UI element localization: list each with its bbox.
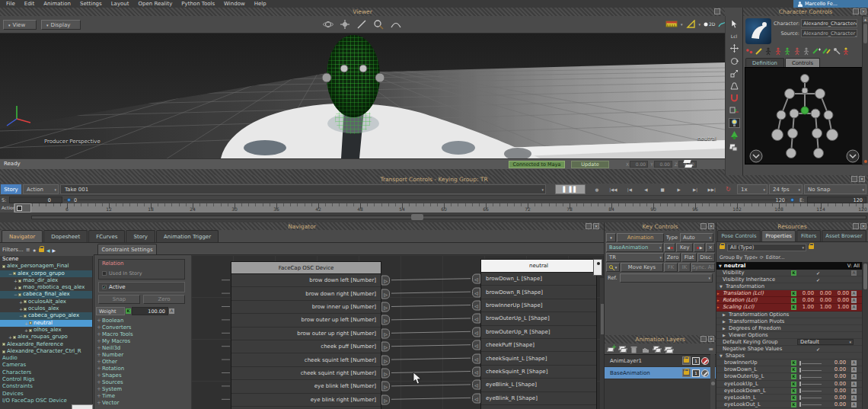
select-tool-icon[interactable] (729, 19, 740, 29)
property-row-rotation-lcl[interactable]: ▸Rotation (Lcl)K0.000.000.00A (716, 297, 868, 304)
character-icon[interactable] (745, 18, 771, 44)
tree-item-cabeca-final-alex[interactable]: −cabeca_final_alex (0, 291, 92, 298)
stop-button[interactable]: ■ (655, 184, 670, 194)
tree-item-oculos-alex[interactable]: +oculos_alex (0, 305, 92, 312)
property-row-degrees-of-freedom[interactable]: ▶Degrees of Freedom (716, 325, 868, 332)
translate-tool-icon[interactable] (729, 43, 740, 53)
operator-group-number[interactable]: +Number (96, 352, 190, 359)
operator-group-my-macros[interactable]: +My Macros (96, 338, 190, 345)
shape-input-cheeksquint-l-shape[interactable]: ◁cheekSquint_L [Shape] (481, 352, 596, 365)
input-plug-icon[interactable]: ◁ (472, 287, 480, 297)
property-value[interactable]: 0.00 (834, 297, 849, 304)
expand-icon[interactable]: + (18, 299, 24, 305)
expand-icon[interactable]: + (96, 331, 102, 338)
anim-icon[interactable]: A (851, 382, 857, 387)
ruler-icon[interactable] (665, 20, 678, 28)
expand-icon[interactable]: ▶ (723, 325, 726, 332)
operator-group-rotation[interactable]: +Rotation (96, 366, 190, 372)
property-value[interactable]: 0.00 (816, 297, 831, 304)
character-controls-titlebar[interactable]: Character Controls × (743, 8, 868, 16)
slider-handle[interactable] (799, 388, 801, 393)
key-icon[interactable]: K (791, 395, 796, 401)
discontinuity-button[interactable]: Disc. (697, 253, 715, 262)
layer-weight-badge[interactable]: 1 (692, 369, 700, 377)
input-plug-icon[interactable]: ◁ (472, 353, 480, 363)
anim-icon[interactable]: A (851, 305, 857, 310)
group-by-dropdown[interactable]: Group By Type▾ (720, 254, 758, 260)
expand-icon[interactable]: + (96, 359, 102, 366)
speed-dropdown[interactable]: 1x▾ (737, 184, 767, 194)
arc-tool-icon[interactable] (390, 19, 402, 30)
output-plug-icon[interactable]: ▷ (381, 368, 390, 378)
key-icon[interactable]: K (791, 270, 796, 276)
slider-track[interactable] (802, 377, 822, 378)
slider-handle[interactable] (799, 382, 801, 386)
property-row-browouterup-l[interactable]: browOuterUp_LK0.00A (716, 373, 868, 380)
expand-icon[interactable]: + (24, 327, 29, 334)
input-plug-icon[interactable]: ◁ (472, 300, 480, 310)
pan-tool-icon[interactable] (340, 19, 350, 30)
lock-icon[interactable] (39, 248, 44, 252)
expand-icon[interactable]: + (96, 366, 102, 372)
property-value[interactable]: 1.00 (834, 304, 849, 311)
res-tab-properties[interactable]: Properties (761, 230, 796, 241)
lcl-mode-icon[interactable]: Lcl (729, 31, 740, 41)
shape-input-eyeblink-r-shape[interactable]: ◁eyeBlink_R [Shape] (481, 392, 596, 405)
input-plug-icon[interactable]: ◁ (472, 274, 480, 284)
bone-mirror-icon[interactable] (822, 47, 831, 56)
tree-item-oculosalt-alex[interactable]: +oculosAlt_alex (0, 299, 92, 305)
lock-icon[interactable] (809, 245, 814, 249)
properties-scrollbar[interactable] (862, 262, 868, 409)
layers-scrollbar[interactable] (710, 354, 715, 409)
anim-icon[interactable]: A (851, 360, 857, 366)
tree-item-neutral[interactable]: +neutral (0, 320, 92, 327)
tree-item-alexandre-character-ctrl-r[interactable]: Alexandre_Character_Ctrl_R (0, 348, 92, 355)
anim-icon[interactable]: A (851, 395, 857, 401)
anim-icon[interactable]: A (169, 308, 174, 314)
mute-icon[interactable] (701, 369, 709, 377)
property-dropdown[interactable]: Default▾ (797, 339, 854, 345)
key-type-dropdown[interactable]: ▾ (606, 263, 620, 272)
collapse-icon[interactable]: − (13, 291, 18, 298)
nav-tab-fcurves[interactable]: FCurves (88, 230, 125, 242)
property-value[interactable]: 0.00 (825, 401, 846, 408)
close-icon[interactable]: × (859, 176, 865, 182)
tree-item-alex-corpo-grupo[interactable]: −alex_corpo_grupo (0, 270, 92, 277)
tree-item-constraints[interactable]: Constraints (0, 383, 92, 390)
float-icon[interactable] (851, 176, 857, 182)
collapse-icon[interactable]: − (18, 312, 24, 319)
sync-all-button[interactable]: Sync. All (691, 263, 715, 272)
duplicate-layer-icon[interactable] (619, 346, 627, 353)
close-icon[interactable]: × (593, 223, 599, 229)
chevron-down-icon[interactable]: ▾ (681, 22, 683, 27)
chevron-down-icon[interactable]: ▾ (699, 22, 701, 27)
layers-icon[interactable] (684, 159, 693, 169)
device-node[interactable]: FaceCap OSC Device brow down left [Numbe… (231, 261, 381, 409)
property-row-eyelookdown-l[interactable]: eyeLookDown_LK0.00A (716, 388, 868, 395)
shape-node[interactable]: neutral ◁browDown_L [Shape]◁browDown_R [… (480, 259, 597, 409)
expand-icon[interactable]: + (96, 338, 102, 345)
magnifier-icon[interactable] (373, 19, 384, 30)
skeleton-gray-icon[interactable] (803, 47, 810, 57)
expand-icon[interactable]: + (18, 305, 24, 312)
float-icon[interactable] (853, 223, 859, 229)
ctrl-rig-green-icon[interactable] (783, 47, 791, 57)
property-row-negative-shape-values[interactable]: Negative Shape Values✓ (716, 346, 868, 353)
input-plug-icon[interactable]: ◁ (472, 314, 480, 324)
take-dropdown[interactable]: Take 001▾ (60, 184, 546, 194)
shape-input-eyeblink-l-shape[interactable]: ◁eyeBlink_L [Shape] (481, 379, 596, 391)
slider-track[interactable] (802, 363, 822, 364)
character-select[interactable]: Alexandre_Character▾ (801, 19, 857, 27)
slider-track[interactable] (802, 370, 822, 371)
expand-icon[interactable]: ▶ (723, 318, 726, 325)
new-layer-icon[interactable]: + (608, 346, 616, 353)
graph-corner-widget[interactable] (593, 259, 602, 276)
device-output-brow-down-left-number[interactable]: brow down left [Number]▷ (231, 274, 381, 287)
slider-handle[interactable] (799, 361, 801, 366)
viewer-titlebar[interactable]: Viewer (0, 8, 725, 16)
slider-track[interactable] (802, 398, 822, 398)
axis-value-field[interactable]: 0.00 (654, 161, 672, 168)
property-row-eyelookout-l[interactable]: eyeLookOut_LK0.00A (716, 401, 868, 408)
property-value[interactable]: 0.00 (825, 373, 846, 380)
primitive-cone-icon[interactable] (729, 130, 740, 140)
